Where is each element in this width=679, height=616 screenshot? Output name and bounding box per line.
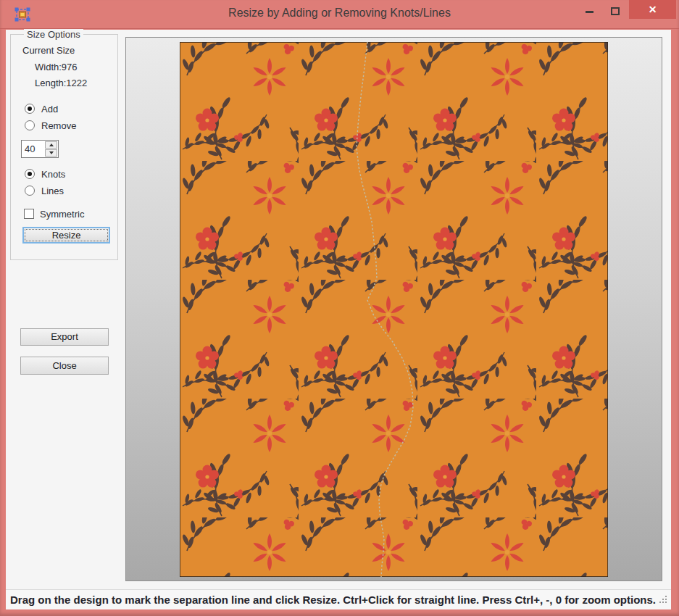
amount-spinner[interactable]: 40: [21, 140, 59, 158]
current-size-label: Current Size: [22, 45, 75, 56]
close-dialog-button[interactable]: Close: [20, 357, 109, 375]
lines-radio[interactable]: [25, 186, 35, 196]
triangle-down-icon: [49, 151, 54, 154]
spinner-buttons: [45, 141, 57, 157]
status-text: Drag on the design to mark the separatio…: [10, 594, 656, 606]
canvas-panel: [125, 37, 662, 581]
minimize-icon: [586, 11, 593, 13]
remove-radio-label[interactable]: Remove: [41, 120, 76, 131]
client-area: Size Options Current Size Width:976 Leng…: [6, 30, 671, 609]
symmetric-checkbox-label[interactable]: Symmetric: [40, 209, 84, 220]
close-icon: ✕: [649, 4, 657, 15]
design-image: [180, 42, 608, 577]
symmetric-checkbox[interactable]: [24, 209, 34, 219]
spinner-down-button[interactable]: [45, 149, 57, 157]
lines-radio-label[interactable]: Lines: [41, 186, 64, 196]
width-value: Width:976: [35, 62, 78, 72]
spinner-up-button[interactable]: [45, 141, 57, 149]
minimize-button[interactable]: [580, 0, 603, 22]
export-button[interactable]: Export: [20, 328, 109, 346]
maximize-icon: [611, 7, 620, 15]
length-value: Length:1222: [35, 78, 87, 88]
close-button[interactable]: ✕: [629, 0, 676, 19]
maximize-button[interactable]: [604, 0, 628, 22]
add-radio-label[interactable]: Add: [41, 104, 58, 115]
app-window: Resize by Adding or Removing Knots/Lines…: [0, 0, 679, 616]
remove-radio[interactable]: [25, 120, 35, 130]
triangle-up-icon: [49, 143, 54, 146]
resize-grip-icon[interactable]: [659, 596, 668, 604]
resize-button[interactable]: Resize: [22, 227, 110, 244]
size-options-group-label: Size Options: [24, 29, 83, 40]
knots-radio[interactable]: [25, 169, 35, 179]
status-bar: Drag on the design to mark the separatio…: [6, 589, 671, 609]
title-bar[interactable]: Resize by Adding or Removing Knots/Lines…: [0, 0, 679, 29]
knots-radio-label[interactable]: Knots: [41, 169, 65, 180]
window-title: Resize by Adding or Removing Knots/Lines: [0, 7, 679, 20]
design-canvas[interactable]: [180, 42, 608, 577]
add-radio[interactable]: [25, 104, 35, 114]
amount-value[interactable]: 40: [25, 143, 35, 154]
